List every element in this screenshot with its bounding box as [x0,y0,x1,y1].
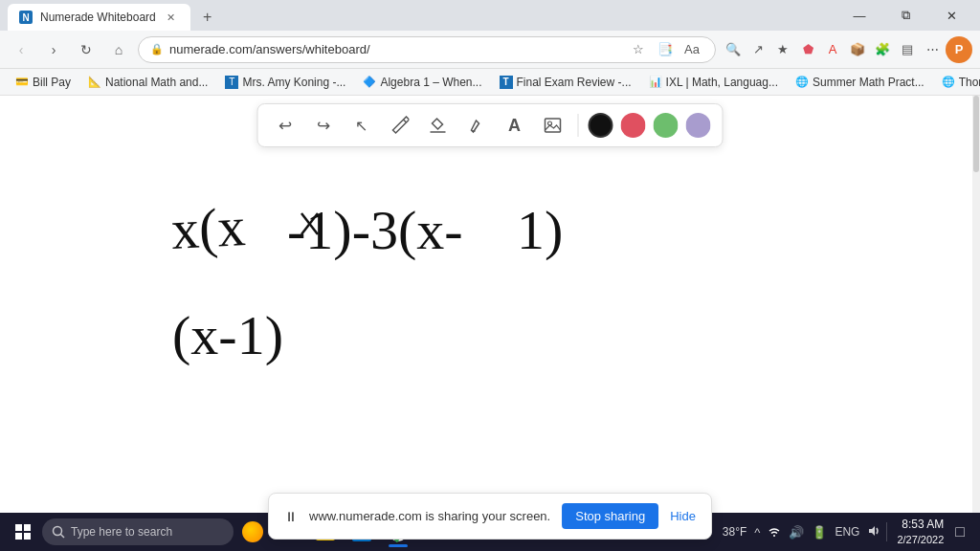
tab-title: Numerade Whiteboard [40,11,156,24]
taskbar-search[interactable]: Type here to search [42,518,234,545]
highlighter-icon [467,116,486,135]
home-button[interactable]: ⌂ [105,36,132,63]
scrollbar-thumb[interactable] [973,96,979,172]
adobe-icon[interactable]: A [821,38,844,61]
search-icon[interactable]: 🔍 [722,38,745,61]
battery-icon[interactable]: 🔋 [810,523,829,541]
back-button[interactable]: ‹ [8,36,34,63]
eng-icon[interactable]: ENG [833,523,861,540]
taskbar-search-icon [52,525,65,539]
pen-icon [390,116,410,135]
volume-icon[interactable]: 🔊 [787,523,806,541]
eraser-tool[interactable] [423,110,454,141]
new-tab-button[interactable]: + [194,4,221,31]
clock-time: 8:53 AM [897,517,944,533]
undo-button[interactable]: ↩ [270,110,301,141]
hide-button[interactable]: Hide [670,509,696,523]
browser-window: N Numerade Whiteboard ✕ + — ⧉ ✕ ‹ › ↻ ⌂ … [0,0,980,551]
bookmark-label: Final Exam Review -... [517,76,632,89]
svg-line-15 [61,535,65,539]
reader-icon[interactable]: Aa [680,38,703,61]
active-tab[interactable]: N Numerade Whiteboard ✕ [8,4,190,31]
scrollbar[interactable] [972,96,980,551]
bookmarks-bar: 💳 Bill Pay 📐 National Math and... T Mrs.… [0,69,980,96]
highlighter-tool[interactable] [461,110,492,141]
bookmark-amy-koning[interactable]: T Mrs. Amy Koning -... [217,72,353,93]
bookmark-label: Bill Pay [33,76,71,89]
address-input[interactable]: 🔒 numerade.com/answers/whiteboard/ ☆ 📑 A… [138,36,716,63]
bookmark-summer-math[interactable]: 🌐 Summer Math Pract... [788,72,932,93]
bookmark-label: Mrs. Amy Koning -... [242,76,345,89]
bookmark-favicon: 📐 [88,76,101,89]
whiteboard-toolbar: ↩ ↪ ↖ A [257,103,724,147]
screen-sharing-banner: ⏸ www.numerade.com is sharing your scree… [268,493,712,540]
extensions-icon[interactable]: 🧩 [871,38,894,61]
bookmark-label: Algebra 1 – When... [380,76,481,89]
svg-rect-11 [24,524,31,531]
bookmark-national-math[interactable]: 📐 National Math and... [80,72,215,93]
windows-logo-icon [15,524,31,540]
svg-text:x(x: x(x [169,195,247,261]
svg-rect-12 [15,533,22,540]
color-red[interactable] [621,113,646,138]
stop-sharing-button[interactable]: Stop sharing [562,503,658,529]
maximize-button[interactable]: ⧉ [884,0,926,31]
bookmark-favicon: 🔷 [363,76,376,89]
svg-rect-2 [546,119,561,132]
bookmark-ixl[interactable]: 📊 IXL | Math, Languag... [641,72,786,93]
bookmark-thomastik[interactable]: 🌐 Thomastik-Infeld C... [934,72,980,93]
math-formula-svg: x(x -1)-3(x- 1) (x-1) [153,143,919,450]
address-right-icons: ☆ 📑 Aa [627,38,703,61]
collection-icon[interactable]: 📑 [654,38,677,61]
speakers-icon[interactable] [865,523,882,541]
image-icon [544,116,563,135]
start-button[interactable] [6,515,40,549]
notification-icon[interactable]: □ [953,521,967,542]
color-black[interactable] [589,113,613,138]
ext1-icon[interactable]: 📦 [846,38,869,61]
bookmark-label: IXL | Math, Languag... [666,76,778,89]
svg-rect-13 [24,533,31,540]
sharing-text: www.numerade.com is sharing your screen. [309,509,550,523]
address-bar: ‹ › ↻ ⌂ 🔒 numerade.com/answers/whiteboar… [0,31,980,69]
favorites-icon[interactable]: ★ [771,38,794,61]
color-green[interactable] [654,113,679,138]
close-tab-button[interactable]: ✕ [164,10,179,25]
cortana-button[interactable] [235,515,270,549]
canvas-area[interactable]: x(x -1)-3(x- 1) (x-1) [0,96,980,551]
image-tool[interactable] [538,110,568,141]
lock-icon: 🔒 [150,43,164,55]
clock[interactable]: 8:53 AM 2/27/2022 [891,517,949,547]
forward-button[interactable]: › [40,36,67,63]
share-icon[interactable]: ↗ [746,38,769,61]
close-window-button[interactable]: ✕ [930,0,972,31]
extensions-area: 🔍 ↗ ★ ⬟ A 📦 🧩 ▤ ⋯ P [722,36,972,63]
toolbar-divider [578,114,579,137]
text-tool[interactable]: A [500,110,530,141]
minimize-button[interactable]: — [838,0,880,31]
star-icon[interactable]: ☆ [627,38,650,61]
svg-text:1): 1) [517,199,563,261]
redo-button[interactable]: ↪ [308,110,339,141]
wifi-icon[interactable] [766,522,783,542]
volume-speaker-icon [867,525,880,537]
bookmark-favicon: 🌐 [795,76,809,89]
more-icon[interactable]: ⋯ [921,38,944,61]
profile-button[interactable]: P [946,36,972,63]
chevron-icon[interactable]: ^ [752,523,762,541]
bookmark-algebra[interactable]: 🔷 Algebra 1 – When... [355,72,489,93]
bookmark-label: Summer Math Pract... [813,76,924,89]
taskbar-search-text: Type here to search [71,525,172,539]
edge-icon[interactable]: ⬟ [796,38,819,61]
bookmark-favicon: 💳 [15,76,29,89]
bookmark-final-exam[interactable]: T Final Exam Review -... [492,72,639,93]
color-purple[interactable] [686,113,711,138]
bookmark-favicon: 🌐 [942,76,955,89]
refresh-button[interactable]: ↻ [73,36,100,63]
pen-tool[interactable] [385,110,415,141]
select-tool[interactable]: ↖ [346,110,377,141]
clock-date: 2/27/2022 [897,533,944,547]
sidebar-icon[interactable]: ▤ [896,38,919,61]
bookmark-billpay[interactable]: 💳 Bill Pay [8,72,78,93]
svg-point-14 [54,527,62,536]
